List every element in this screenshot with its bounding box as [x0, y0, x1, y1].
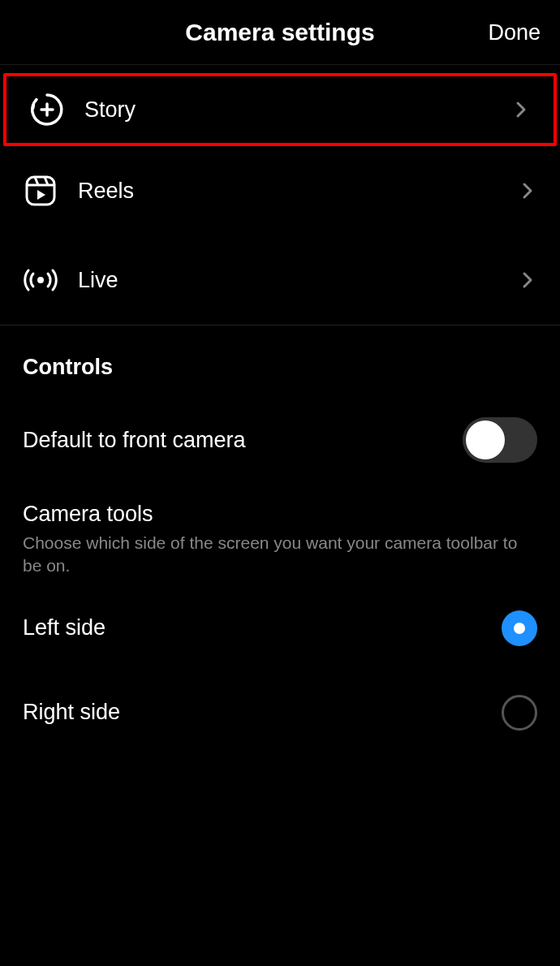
- toggle-knob: [466, 420, 505, 459]
- chevron-right-icon: [511, 100, 531, 119]
- radio-option-left[interactable]: Left side: [0, 586, 560, 671]
- setting-camera-tools: Camera tools Choose which side of the sc…: [0, 485, 560, 586]
- live-icon: [23, 262, 58, 298]
- section-title-controls: Controls: [0, 326, 560, 395]
- reels-icon: [23, 173, 58, 209]
- radio-indicator: [502, 695, 537, 731]
- nav-item-reels[interactable]: Reels: [0, 146, 560, 235]
- radio-indicator-selected: [502, 610, 537, 646]
- svg-rect-2: [27, 177, 54, 205]
- setting-subtitle: Camera tools: [23, 502, 537, 527]
- chevron-right-icon: [518, 181, 537, 201]
- setting-description: Choose which side of the screen you want…: [23, 532, 537, 578]
- radio-label: Left side: [23, 615, 106, 640]
- radio-option-right[interactable]: Right side: [0, 671, 560, 755]
- story-icon: [29, 92, 65, 127]
- setting-label: Default to front camera: [23, 428, 246, 453]
- nav-item-label: Reels: [78, 179, 518, 204]
- chevron-right-icon: [518, 270, 537, 290]
- nav-item-story[interactable]: Story: [3, 73, 557, 146]
- done-button[interactable]: Done: [488, 19, 541, 45]
- nav-item-label: Story: [84, 97, 511, 123]
- toggle-front-camera[interactable]: [463, 417, 537, 463]
- nav-item-live[interactable]: Live: [0, 235, 560, 325]
- svg-point-6: [37, 277, 44, 283]
- setting-front-camera: Default to front camera: [0, 395, 560, 485]
- nav-item-label: Live: [78, 268, 518, 293]
- page-title: Camera settings: [185, 19, 374, 46]
- radio-label: Right side: [23, 700, 120, 725]
- header: Camera settings Done: [0, 0, 560, 65]
